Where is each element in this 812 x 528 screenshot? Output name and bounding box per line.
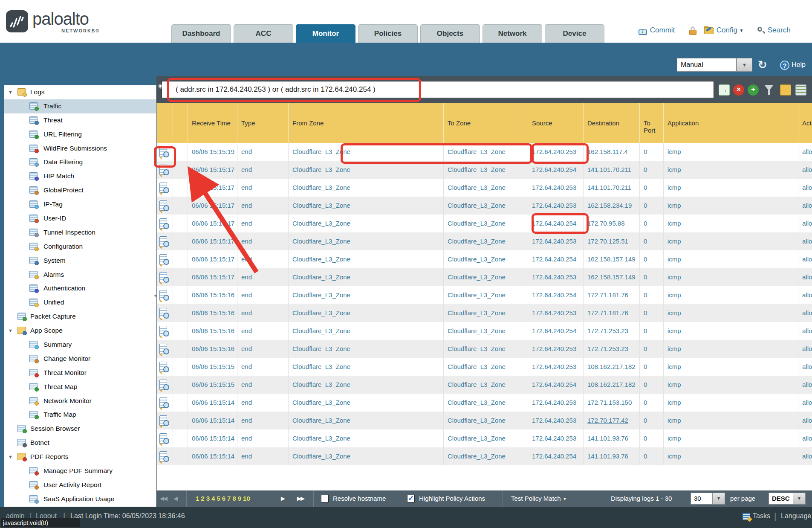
- tab-device[interactable]: Device: [545, 24, 604, 43]
- page-number-6[interactable]: 6: [222, 490, 225, 507]
- sidebar-item-system[interactable]: System: [4, 254, 156, 268]
- log-detail-icon[interactable]: [159, 380, 167, 390]
- tab-acc[interactable]: ACC: [234, 24, 293, 43]
- log-detail-icon[interactable]: [159, 308, 167, 318]
- sidebar-item-threat-map[interactable]: Threat Map: [4, 380, 156, 394]
- table-row[interactable]: 06/06 15:15:16endCloudflare_L3_ZoneCloud…: [157, 340, 812, 358]
- sort-order-select[interactable]: DESC: [769, 493, 793, 505]
- sidebar-item-saas-application-usage[interactable]: SaaS Application Usage: [4, 492, 156, 506]
- column-header-destination[interactable]: Destination: [584, 103, 640, 143]
- cell-destination[interactable]: 141.101.93.76: [584, 447, 640, 465]
- sort-order-dropdown-arrow[interactable]: ▼: [793, 493, 806, 505]
- log-detail-icon[interactable]: [159, 218, 167, 229]
- apply-filter-icon[interactable]: →: [719, 84, 730, 96]
- per-page-dropdown-arrow[interactable]: ▼: [712, 493, 725, 505]
- refresh-icon[interactable]: ↻: [758, 59, 770, 71]
- sidebar-item-user-activity-report[interactable]: User Activity Report: [4, 478, 156, 492]
- cell-destination[interactable]: 141.101.70.211: [584, 179, 640, 197]
- table-row[interactable]: 06/06 15:15:17endCloudflare_L3_ZoneCloud…: [157, 179, 812, 197]
- page-number-4[interactable]: 4: [211, 490, 215, 507]
- sidebar-item-authentication[interactable]: Authentication: [4, 281, 156, 296]
- log-detail-icon[interactable]: [159, 451, 167, 461]
- cell-destination[interactable]: 162.158.157.149: [584, 250, 640, 268]
- sidebar-item-app-scope[interactable]: ▼App Scope: [4, 324, 156, 338]
- table-row[interactable]: 06/06 15:15:16endCloudflare_L3_ZoneCloud…: [157, 322, 812, 340]
- sidebar-item-user-id[interactable]: User-ID: [4, 212, 156, 226]
- sidebar-item-threat[interactable]: Threat: [4, 113, 156, 128]
- table-row[interactable]: 06/06 15:15:14endCloudflare_L3_ZoneCloud…: [157, 447, 812, 465]
- log-detail-icon[interactable]: [159, 254, 167, 264]
- log-detail-icon[interactable]: [159, 415, 167, 426]
- last-page-button[interactable]: ▶▶: [297, 490, 304, 507]
- sidebar-item-packet-capture[interactable]: Packet Capture: [4, 310, 156, 324]
- sidebar-item-botnet[interactable]: Botnet: [4, 436, 156, 450]
- log-detail-icon[interactable]: [159, 165, 167, 175]
- chevron-down-icon[interactable]: ▼: [737, 58, 752, 72]
- cell-destination[interactable]: 162.158.157.149: [584, 268, 640, 286]
- log-filter-input[interactable]: ( addr.src in 172.64.240.253 ) or ( addr…: [162, 81, 714, 98]
- add-filter-icon[interactable]: +: [748, 84, 759, 96]
- page-number-7[interactable]: 7: [227, 490, 231, 507]
- sidebar-item-traffic[interactable]: Traffic: [4, 99, 156, 113]
- tab-network[interactable]: Network: [483, 24, 542, 43]
- page-number-10[interactable]: 10: [243, 490, 250, 507]
- tree-expand-icon[interactable]: ▼: [8, 450, 13, 464]
- column-header-source[interactable]: Source: [528, 103, 584, 143]
- sidebar-item-pdf-reports[interactable]: ▼PDF Reports: [4, 450, 156, 464]
- next-page-button[interactable]: ▶: [281, 490, 284, 507]
- prev-page-button[interactable]: ◀: [173, 490, 177, 507]
- tab-dashboard[interactable]: Dashboard: [171, 24, 231, 43]
- page-number-8[interactable]: 8: [232, 490, 236, 507]
- column-header-from-zone[interactable]: From Zone: [289, 103, 444, 143]
- table-row[interactable]: 06/06 15:15:17endCloudflare_L3_ZoneCloud…: [157, 197, 812, 215]
- tasks-button[interactable]: Tasks: [743, 512, 770, 520]
- page-number-3[interactable]: 3: [206, 490, 210, 507]
- cell-destination[interactable]: 172.70.95.88: [584, 215, 640, 232]
- cell-destination[interactable]: 108.162.217.182: [584, 358, 640, 376]
- sidebar-item-unified[interactable]: Unified: [4, 296, 156, 310]
- cell-destination[interactable]: 172.71.181.76: [584, 286, 640, 304]
- resolve-hostname-checkbox[interactable]: [321, 495, 329, 502]
- config-menu[interactable]: Config ▼: [704, 24, 744, 37]
- page-number-1[interactable]: 1: [196, 490, 199, 507]
- cell-destination[interactable]: 108.162.217.182: [584, 376, 640, 394]
- sidebar-item-wildfire-submissions[interactable]: WildFire Submissions: [4, 142, 156, 156]
- table-row[interactable]: 06/06 15:15:17endCloudflare_L3_ZoneCloud…: [157, 161, 812, 179]
- sidebar-item-hip-match[interactable]: HIP Match: [4, 169, 156, 183]
- tab-policies[interactable]: Policies: [358, 24, 418, 43]
- page-number-5[interactable]: 5: [217, 490, 220, 507]
- sidebar-item-network-monitor[interactable]: Network Monitor: [4, 394, 156, 408]
- log-detail-icon[interactable]: [159, 326, 167, 336]
- column-header-to-zone[interactable]: To Zone: [444, 103, 528, 143]
- cell-destination[interactable]: 172.71.153.150: [584, 394, 640, 412]
- export-grid-icon[interactable]: [795, 84, 806, 96]
- cell-destination[interactable]: 141.101.70.211: [584, 161, 640, 179]
- sidebar-item-session-browser[interactable]: Session Browser: [4, 422, 156, 436]
- log-detail-icon[interactable]: [159, 362, 167, 372]
- sidebar-item-ip-tag[interactable]: IP-Tag: [4, 197, 156, 212]
- table-row[interactable]: 06/06 15:15:14endCloudflare_L3_ZoneCloud…: [157, 412, 812, 429]
- log-detail-icon[interactable]: [159, 236, 167, 247]
- page-number-2[interactable]: 2: [201, 490, 204, 507]
- lock-button[interactable]: [689, 24, 697, 37]
- log-detail-icon[interactable]: [159, 200, 167, 211]
- help-button[interactable]: ?Help: [780, 59, 812, 71]
- table-row[interactable]: 06/06 15:15:16endCloudflare_L3_ZoneCloud…: [157, 286, 812, 304]
- load-filter-folder-icon[interactable]: [780, 84, 791, 96]
- cell-destination[interactable]: 172.70.125.51: [584, 232, 640, 250]
- table-row[interactable]: 06/06 15:15:17endCloudflare_L3_ZoneCloud…: [157, 232, 812, 250]
- first-page-button[interactable]: ◀◀: [160, 490, 167, 507]
- sidebar-item-data-filtering[interactable]: Data Filtering: [4, 155, 156, 169]
- search-button[interactable]: Search: [757, 24, 791, 37]
- refresh-mode-select[interactable]: Manual ▼: [677, 58, 753, 72]
- column-header-type[interactable]: Type: [237, 103, 289, 143]
- table-row[interactable]: 06/06 15:15:17endCloudflare_L3_ZoneCloud…: [157, 215, 812, 232]
- language-button[interactable]: Language: [781, 512, 811, 520]
- sidebar-item-traffic-map[interactable]: Traffic Map: [4, 408, 156, 422]
- sidebar-item-globalprotect[interactable]: GlobalProtect: [4, 183, 156, 197]
- log-detail-icon[interactable]: [159, 272, 167, 282]
- filter-builder-icon[interactable]: [765, 85, 773, 91]
- log-detail-icon[interactable]: [159, 147, 167, 157]
- column-header-application[interactable]: Application: [664, 103, 798, 143]
- cell-destination[interactable]: 172.71.253.23: [584, 340, 640, 358]
